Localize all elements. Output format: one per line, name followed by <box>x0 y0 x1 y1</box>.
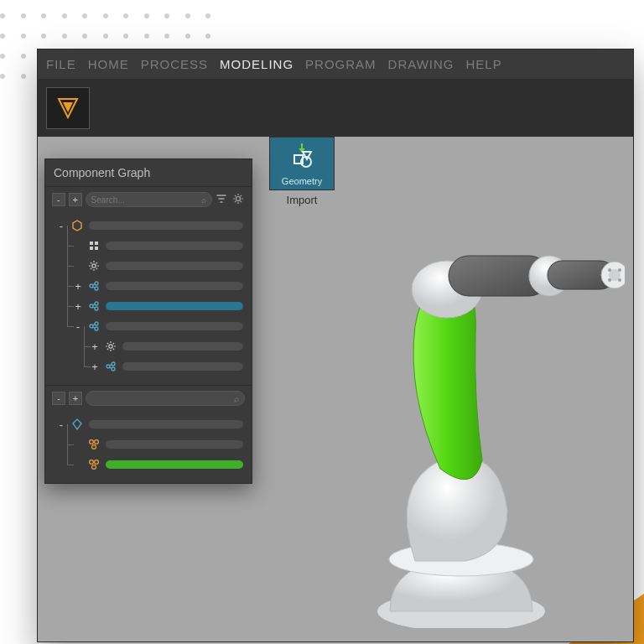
tree-row[interactable]: + <box>49 336 252 356</box>
search-icon: ⌕ <box>234 394 239 403</box>
viewport[interactable]: Geometry Import Component Graph - + ⌕ <box>38 137 633 641</box>
app-logo[interactable] <box>46 87 90 129</box>
component-tree: -++-++ <box>45 212 252 385</box>
svg-point-28 <box>90 460 94 465</box>
search-input-2[interactable] <box>91 394 231 403</box>
tree-item-label <box>106 262 243 270</box>
feature-icon <box>87 239 101 252</box>
robot-arm-illustration <box>289 209 625 628</box>
tree-row[interactable]: - <box>49 316 252 336</box>
search-input[interactable] <box>91 195 198 205</box>
search-box-2[interactable]: ⌕ <box>86 391 245 406</box>
svg-point-31 <box>377 591 545 628</box>
tree-item-label <box>106 322 243 330</box>
svg-point-26 <box>95 440 99 444</box>
tree-row[interactable]: + <box>49 276 252 296</box>
search-icon: ⌕ <box>201 195 206 205</box>
link-icon <box>87 299 101 313</box>
filter-button[interactable] <box>216 193 229 206</box>
tree-row[interactable] <box>49 454 252 475</box>
geometry-label: Geometry <box>282 176 322 186</box>
svg-point-16 <box>95 302 98 305</box>
tree-row[interactable]: - <box>49 216 252 236</box>
svg-rect-10 <box>95 247 98 250</box>
menu-bar: FILE HOME PROCESS MODELING PROGRAM DRAWI… <box>38 49 633 80</box>
svg-point-17 <box>95 307 98 310</box>
settings-icon <box>87 259 101 273</box>
svg-point-11 <box>92 264 96 267</box>
logo-icon <box>55 96 80 121</box>
component-icon <box>70 219 84 232</box>
svg-point-41 <box>608 278 611 282</box>
panel-title: Component Graph <box>45 159 252 187</box>
expand-all-button[interactable]: + <box>69 193 82 206</box>
svg-rect-36 <box>548 261 615 289</box>
expand-toggle[interactable]: - <box>74 320 82 333</box>
tree-item-label <box>122 342 243 351</box>
mesh-icon <box>87 438 101 451</box>
expand-toggle[interactable]: + <box>91 361 99 373</box>
expand-toggle[interactable]: + <box>74 300 82 313</box>
tree-row[interactable]: + <box>49 296 252 316</box>
svg-point-29 <box>95 460 99 465</box>
tree-item-label <box>106 242 243 250</box>
geometry-import-button[interactable]: Geometry Import <box>269 137 335 206</box>
tree-item-label <box>106 460 243 469</box>
tree-row[interactable] <box>49 434 252 454</box>
menu-program[interactable]: PROGRAM <box>305 57 377 71</box>
collapse-all-button[interactable]: - <box>52 193 65 206</box>
menu-home[interactable]: HOME <box>88 57 129 71</box>
tree-item-label <box>106 302 243 310</box>
link-icon <box>87 279 101 293</box>
svg-point-38 <box>609 269 621 281</box>
geometry-icon <box>288 138 316 174</box>
svg-point-24 <box>112 367 115 371</box>
menu-drawing[interactable]: DRAWING <box>388 57 454 71</box>
svg-point-13 <box>95 282 98 285</box>
diamond-icon <box>70 418 84 431</box>
panel-tools-top: - + ⌕ <box>45 187 252 212</box>
menu-modeling[interactable]: MODELING <box>220 57 293 71</box>
svg-point-12 <box>90 284 93 288</box>
tree-item-label <box>106 440 243 449</box>
svg-point-30 <box>92 465 96 470</box>
svg-point-20 <box>95 327 98 330</box>
settings-icon <box>104 340 117 353</box>
expand-toggle[interactable]: - <box>57 220 65 232</box>
svg-point-18 <box>90 325 93 328</box>
search-box[interactable]: ⌕ <box>86 192 212 207</box>
link-icon <box>104 360 117 373</box>
import-label: Import <box>269 190 335 206</box>
svg-point-25 <box>90 440 94 444</box>
tree-row[interactable]: - <box>49 414 252 434</box>
expand-toggle[interactable]: + <box>91 340 99 353</box>
svg-point-15 <box>90 304 93 308</box>
svg-point-35 <box>529 256 569 296</box>
tree-row[interactable] <box>49 256 252 276</box>
menu-help[interactable]: HELP <box>466 57 502 71</box>
menu-process[interactable]: PROCESS <box>141 57 208 71</box>
svg-rect-8 <box>95 242 98 245</box>
svg-rect-9 <box>90 247 93 250</box>
tree-row[interactable]: + <box>49 356 252 377</box>
svg-point-42 <box>618 278 621 282</box>
svg-point-37 <box>601 262 625 288</box>
tree-item-label <box>122 362 243 371</box>
expand-toggle[interactable]: + <box>74 280 82 293</box>
svg-rect-34 <box>449 256 549 296</box>
svg-point-32 <box>389 543 533 576</box>
svg-point-6 <box>236 197 241 201</box>
expand-toggle[interactable]: - <box>57 418 65 431</box>
expand-all-button-2[interactable]: + <box>69 392 82 405</box>
settings-button[interactable] <box>231 193 245 206</box>
svg-point-14 <box>95 287 98 290</box>
svg-point-33 <box>412 261 482 318</box>
tree-row[interactable] <box>49 236 252 256</box>
menu-file[interactable]: FILE <box>46 57 76 71</box>
app-window: FILE HOME PROCESS MODELING PROGRAM DRAWI… <box>37 49 634 642</box>
tree-item-label <box>106 282 243 290</box>
collapse-all-button-2[interactable]: - <box>52 392 65 405</box>
svg-point-39 <box>608 268 611 272</box>
tree-item-label <box>89 420 243 428</box>
svg-point-27 <box>92 445 96 449</box>
